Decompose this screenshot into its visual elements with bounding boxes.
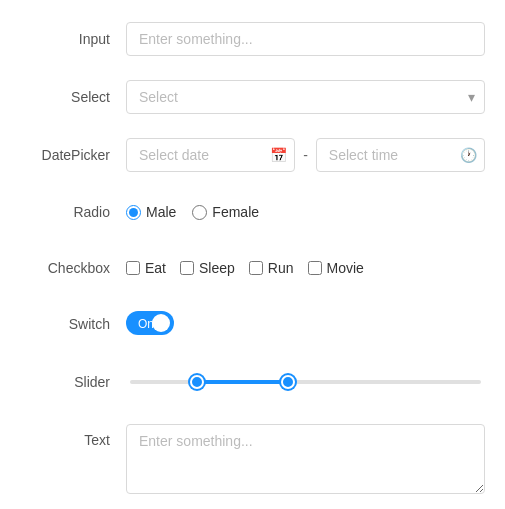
select-wrapper: Select ▾ [126, 80, 485, 114]
checkbox-eat-label: Eat [145, 260, 166, 276]
input-label: Input [20, 31, 110, 47]
checkbox-eat[interactable]: Eat [126, 260, 166, 276]
text-input[interactable] [126, 22, 485, 56]
input-row: Input [0, 10, 505, 68]
switch-control: On [126, 311, 485, 338]
datepicker-row: DatePicker 📅 - 🕐 [0, 126, 505, 184]
input-control [126, 22, 485, 56]
checkbox-movie-label: Movie [327, 260, 364, 276]
slider-row: Slider [0, 352, 505, 412]
date-input[interactable] [126, 138, 295, 172]
radio-male-input[interactable] [126, 205, 141, 220]
checkbox-control: Eat Sleep Run Movie [126, 260, 485, 276]
checkbox-sleep-input[interactable] [180, 261, 194, 275]
radio-control: Male Female [126, 204, 485, 220]
datepicker-control: 📅 - 🕐 [126, 138, 485, 172]
radio-female-input[interactable] [192, 205, 207, 220]
select-dropdown[interactable]: Select [126, 80, 485, 114]
datepicker-label: DatePicker [20, 147, 110, 163]
switch-row: Switch On [0, 296, 505, 352]
switch-label: Switch [20, 316, 110, 332]
radio-female[interactable]: Female [192, 204, 259, 220]
checkbox-run[interactable]: Run [249, 260, 294, 276]
select-label: Select [20, 89, 110, 105]
checkbox-sleep[interactable]: Sleep [180, 260, 235, 276]
switch-wrapper[interactable]: On [126, 311, 174, 338]
time-input[interactable] [316, 138, 485, 172]
radio-row: Radio Male Female [0, 184, 505, 240]
radio-group: Male Female [126, 204, 485, 220]
datepicker-wrapper: 📅 - 🕐 [126, 138, 485, 172]
checkbox-movie-input[interactable] [308, 261, 322, 275]
date-input-wrap: 📅 [126, 138, 295, 172]
slider-label: Slider [20, 374, 110, 390]
slider-control [126, 364, 485, 400]
text-label: Text [20, 424, 110, 448]
form-container: Input Select Select ▾ DatePicker 📅 [0, 10, 505, 509]
checkbox-run-input[interactable] [249, 261, 263, 275]
range-track [130, 380, 481, 384]
checkbox-row: Checkbox Eat Sleep Run Movie [0, 240, 505, 296]
range-wrapper [126, 380, 485, 384]
time-input-wrap: 🕐 [316, 138, 485, 172]
range-thumb-left[interactable] [190, 375, 204, 389]
checkbox-group: Eat Sleep Run Movie [126, 260, 485, 276]
checkbox-run-label: Run [268, 260, 294, 276]
range-thumb-right[interactable] [281, 375, 295, 389]
radio-male-label: Male [146, 204, 176, 220]
datepicker-separator: - [303, 147, 308, 163]
checkbox-sleep-label: Sleep [199, 260, 235, 276]
radio-female-label: Female [212, 204, 259, 220]
text-control [126, 424, 485, 497]
radio-label: Radio [20, 204, 110, 220]
radio-male[interactable]: Male [126, 204, 176, 220]
switch-container: On [126, 311, 485, 338]
switch-slider [126, 311, 174, 335]
checkbox-movie[interactable]: Movie [308, 260, 364, 276]
select-row: Select Select ▾ [0, 68, 505, 126]
text-row: Text [0, 412, 505, 509]
range-fill [197, 380, 288, 384]
textarea-input[interactable] [126, 424, 485, 494]
checkbox-eat-input[interactable] [126, 261, 140, 275]
checkbox-label: Checkbox [20, 260, 110, 276]
select-control: Select ▾ [126, 80, 485, 114]
switch-toggle[interactable] [126, 311, 174, 335]
